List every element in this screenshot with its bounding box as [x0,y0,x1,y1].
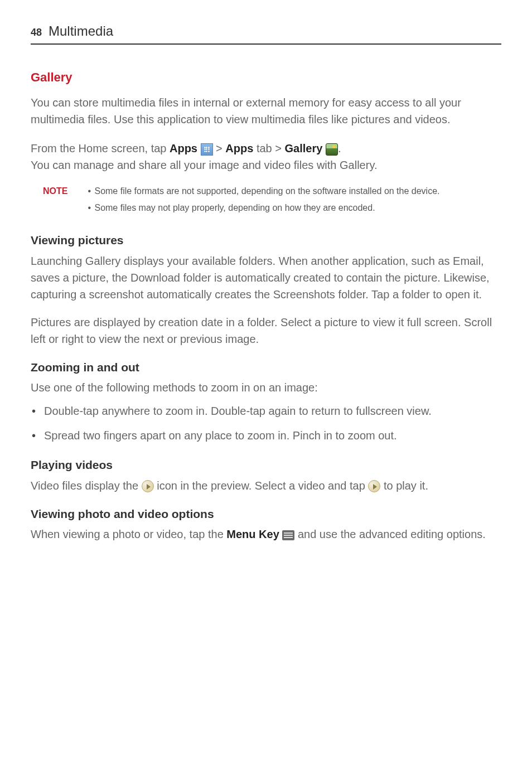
note-label: NOTE [43,185,67,198]
vo-pre: When viewing a photo or video, tap the [31,528,226,540]
menu-key-label: Menu Key [226,528,279,540]
play-icon [368,480,380,492]
apps-icon [201,143,213,156]
apps-tab-label: Apps [225,142,253,154]
note-list: Some file formats are not supported, dep… [88,185,439,218]
chapter-title: Multimedia [49,21,113,41]
zoom-item: Spread two fingers apart on any place to… [31,427,501,444]
zoom-item: Double-tap anywhere to zoom in. Double-t… [31,403,501,419]
pv-pre: Video files display the [31,480,142,492]
note-block: NOTE Some file formats are not supported… [43,185,501,218]
gallery-instruction-line1: From the Home screen, tap Apps > Apps ta… [31,140,501,173]
menu-icon [282,530,294,540]
period: . [338,142,341,154]
section-title-gallery: Gallery [31,68,501,86]
note-item: Some files may not play properly, depend… [88,201,439,215]
viewing-options-section: Viewing photo and video options When vie… [31,505,501,543]
viewing-pictures-section: Viewing pictures Launching Gallery displ… [31,231,501,347]
gallery-intro: You can store multimedia files in intern… [31,94,501,128]
tab-text: tab > [253,142,284,154]
playing-videos-text: Video files display the icon in the prev… [31,477,501,494]
viewing-options-text: When viewing a photo or video, tap the M… [31,526,501,543]
gallery-icon [326,143,338,156]
subheading-zooming: Zooming in and out [31,359,501,376]
zooming-section: Zooming in and out Use one of the follow… [31,359,501,444]
gt1: > [213,142,226,154]
subheading-viewing-options: Viewing photo and video options [31,505,501,523]
play-icon [142,480,154,492]
viewing-pictures-para1: Launching Gallery displays your availabl… [31,253,501,303]
instr-post: You can manage and share all your image … [31,159,377,171]
viewing-pictures-para2: Pictures are displayed by creation date … [31,314,501,347]
pv-post: to play it. [380,480,428,492]
subheading-playing-videos: Playing videos [31,456,501,474]
zooming-intro: Use one of the following methods to zoom… [31,379,501,396]
instr-pre: From the Home screen, tap [31,142,170,154]
page-header: 48 Multimedia [31,21,501,45]
subheading-viewing-pictures: Viewing pictures [31,231,501,249]
gallery-section: Gallery You can store multimedia files i… [31,68,501,173]
pv-mid: icon in the preview. Select a video and … [154,480,369,492]
vo-post: and use the advanced editing options. [294,528,485,540]
gallery-label: Gallery [285,142,323,154]
apps-label: Apps [170,142,197,154]
playing-videos-section: Playing videos Video files display the i… [31,456,501,494]
zooming-list: Double-tap anywhere to zoom in. Double-t… [31,403,501,444]
note-item: Some file formats are not supported, dep… [88,185,439,198]
page-number: 48 [31,25,42,40]
